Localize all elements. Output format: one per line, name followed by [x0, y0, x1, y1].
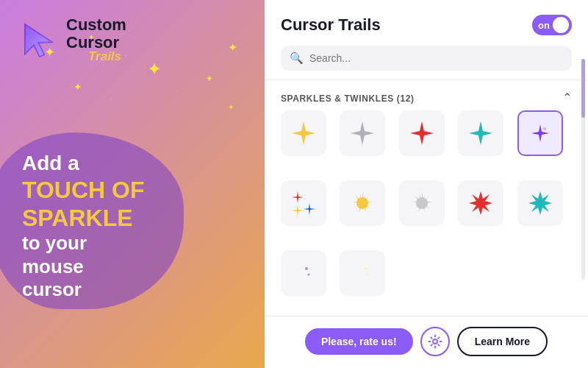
scrollbar[interactable] [581, 59, 585, 280]
gear-icon [428, 334, 442, 349]
toggle-knob [553, 17, 569, 33]
tagline: Add a TOUCH OF SPARKLE to your mouse cur… [7, 144, 159, 308]
right-panel: Cursor Trails on 🔍 SPARKLES & TWINKLES (… [265, 0, 588, 368]
divider [265, 79, 588, 80]
settings-button[interactable] [420, 327, 450, 356]
scrollbar-thumb[interactable] [581, 59, 585, 118]
svg-marker-4 [410, 121, 434, 145]
svg-marker-10 [292, 205, 304, 216]
panel-header: Cursor Trails on [265, 0, 588, 46]
tagline-line6: cursor [22, 278, 145, 301]
svg-marker-1 [25, 24, 51, 57]
logo-custom: Custom [66, 16, 126, 34]
section-title-wrap: SPARKLES & TWINKLES (12) [281, 91, 415, 105]
sparkle-icon-4: ✦ [206, 74, 213, 84]
svg-marker-12 [352, 191, 373, 213]
svg-marker-2 [292, 121, 315, 145]
cursor-item-moon-yellow[interactable] [340, 250, 385, 296]
left-panel: Custom Cursor Trails ✦ ✦ ✦ ✦ · ✦ ✦ ✦ · ·… [0, 0, 265, 368]
sparkle-icon-7: ✦ [228, 40, 237, 54]
svg-marker-9 [304, 203, 315, 215]
svg-marker-15 [469, 191, 492, 215]
svg-point-20 [367, 274, 369, 276]
logo-trails: Trails [88, 50, 126, 64]
svg-point-7 [543, 127, 546, 130]
cursor-item-gray-4star[interactable] [340, 110, 385, 156]
cursor-item-multi-4star[interactable] [281, 180, 326, 226]
svg-marker-14 [412, 191, 432, 213]
svg-marker-8 [292, 191, 304, 203]
search-input[interactable] [309, 52, 563, 64]
svg-marker-5 [469, 121, 492, 145]
logo-cursor-icon [21, 21, 59, 60]
learn-more-button[interactable]: Learn More [457, 327, 548, 356]
logo-area: Custom Cursor Trails [21, 16, 126, 64]
svg-point-17 [305, 267, 308, 270]
section-title: SPARKLES & TWINKLES (12) [281, 93, 415, 104]
tagline-line3: SPARKLE [22, 204, 145, 232]
logo-text: Custom Cursor Trails [66, 16, 126, 64]
cursor-item-gold-4star[interactable] [281, 110, 326, 156]
rate-us-button[interactable]: Please, rate us! [305, 328, 413, 355]
search-bar[interactable]: 🔍 [281, 46, 572, 71]
sparkle-icon-3: ✦ [147, 59, 162, 79]
chevron-up-icon[interactable]: ⌃ [562, 91, 572, 105]
svg-marker-6 [531, 124, 549, 142]
cursor-trails-toggle[interactable]: on [532, 15, 572, 35]
svg-point-19 [364, 267, 367, 270]
panel-title: Cursor Trails [281, 15, 381, 35]
search-icon: 🔍 [290, 52, 304, 65]
tagline-line1: Add a [22, 151, 145, 176]
svg-marker-3 [351, 121, 374, 145]
cursor-item-red-star6[interactable] [458, 180, 503, 226]
cursor-grid [265, 110, 588, 316]
sparkle-icon-10: · [176, 88, 178, 93]
cursor-item-teal-4star[interactable] [458, 110, 503, 156]
cursor-item-purple-small4star[interactable] [517, 110, 563, 156]
sparkle-icon-8: ✦ [228, 103, 234, 111]
cursor-item-gray-sunburst[interactable] [399, 180, 445, 226]
cursor-item-teal-star6[interactable] [517, 180, 563, 226]
toggle-label: on [538, 20, 550, 31]
svg-point-21 [433, 339, 437, 344]
svg-marker-16 [528, 191, 552, 215]
tagline-line4: to your [22, 232, 145, 255]
sparkle-icon-5: · [110, 96, 112, 102]
tagline-line2: TOUCH OF [22, 176, 145, 204]
tagline-line5: mouse [22, 255, 145, 278]
toggle-wrap[interactable]: on [532, 15, 572, 35]
cursor-item-red-4star[interactable] [399, 110, 445, 156]
svg-point-18 [308, 274, 310, 276]
section-header: SPARKLES & TWINKLES (12) ⌃ [265, 88, 588, 110]
footer-buttons: Please, rate us! Learn More [265, 316, 588, 368]
sparkle-icon-6: ✦ [74, 81, 82, 93]
cursor-item-moon-dark[interactable] [281, 250, 326, 296]
cursor-item-yellow-sunburst[interactable] [340, 180, 385, 226]
